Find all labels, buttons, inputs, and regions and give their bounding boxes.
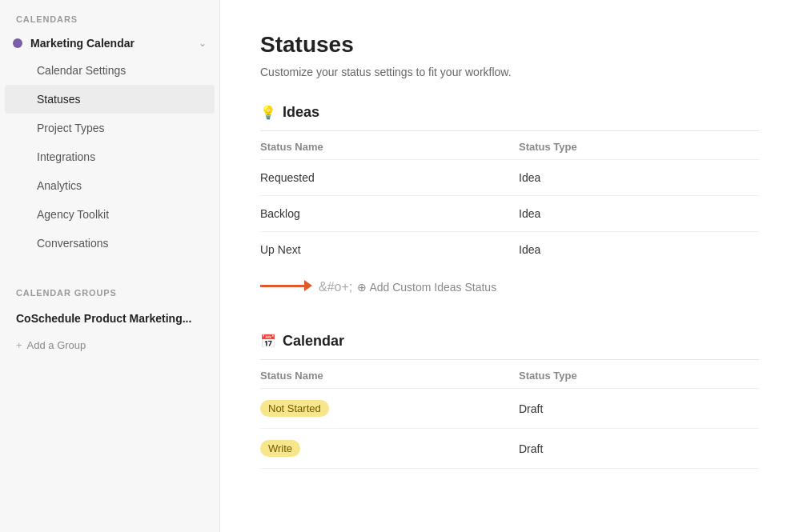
status-type: Idea xyxy=(519,196,759,232)
sidebar-nav-item-statuses[interactable]: Statuses xyxy=(5,85,215,114)
status-name: Requested xyxy=(260,160,519,196)
sidebar-nav-item-analytics[interactable]: Analytics xyxy=(5,171,215,200)
ideas-col-name: Status Name xyxy=(260,131,519,160)
table-row: Backlog Idea xyxy=(260,196,759,232)
sidebar: CALENDARS Marketing Calendar ⌄ Calendar … xyxy=(0,0,220,532)
status-badge-write: Write xyxy=(260,440,300,457)
group-item-coschedule[interactable]: CoSchedule Product Marketing... xyxy=(0,304,219,333)
calendar-section-header: 📅 Calendar xyxy=(260,333,759,350)
arrow-right-head xyxy=(304,280,312,291)
calendar-groups-label: CALENDAR GROUPS xyxy=(0,274,219,304)
add-circle-icon: &#o+; xyxy=(319,280,352,294)
status-badge-not-started: Not Started xyxy=(260,400,329,417)
sidebar-nav-item-agency-toolkit[interactable]: Agency Toolkit xyxy=(5,200,215,229)
table-row: Not Started Draft xyxy=(260,389,759,429)
table-row: Up Next Idea xyxy=(260,232,759,268)
ideas-section-header: 💡 Ideas xyxy=(260,104,759,121)
calendar-name: Marketing Calendar xyxy=(30,37,199,50)
ideas-icon: 💡 xyxy=(260,105,276,120)
ideas-section: 💡 Ideas Status Name Status Type Requeste… xyxy=(260,104,759,304)
calendar-groups-section: CALENDAR GROUPS CoSchedule Product Marke… xyxy=(0,274,219,358)
status-name: Write xyxy=(260,429,519,469)
ideas-table: Status Name Status Type Requested Idea B… xyxy=(260,131,759,267)
sidebar-nav-item-project-types[interactable]: Project Types xyxy=(5,114,215,142)
status-name: Up Next xyxy=(260,232,519,268)
arrow-right-line xyxy=(260,285,304,287)
add-custom-ideas-label: ⊕ Add Custom Ideas Status xyxy=(357,281,496,294)
status-type: Draft xyxy=(519,429,759,469)
add-custom-ideas-row: &#o+; ⊕ Add Custom Ideas Status xyxy=(260,267,759,304)
add-group-button[interactable]: + Add a Group xyxy=(0,333,219,358)
calendar-header[interactable]: Marketing Calendar ⌄ xyxy=(0,30,219,56)
plus-icon: + xyxy=(16,339,22,351)
main-content: Statuses Customize your status settings … xyxy=(220,0,799,532)
calendar-icon: 📅 xyxy=(260,334,276,349)
table-row: Requested Idea xyxy=(260,160,759,196)
calendar-dot xyxy=(13,38,22,48)
status-name: Not Started xyxy=(260,389,519,429)
sidebar-nav-item-integrations[interactable]: Integrations xyxy=(5,142,215,171)
statuses-row: Statuses xyxy=(0,85,219,114)
page-subtitle: Customize your status settings to fit yo… xyxy=(260,66,759,78)
calendar-section: 📅 Calendar Status Name Status Type Not S… xyxy=(260,333,759,508)
sidebar-nav-item-conversations[interactable]: Conversations xyxy=(5,229,215,258)
calendar-table: Status Name Status Type Not Started Draf… xyxy=(260,360,759,508)
calendar-col-name: Status Name xyxy=(260,360,519,389)
status-type xyxy=(519,469,759,509)
table-row: Write Draft xyxy=(260,429,759,469)
calendar-col-type: Status Type xyxy=(519,360,759,389)
page-title: Statuses xyxy=(260,32,759,58)
calendars-section-label: CALENDARS xyxy=(0,0,219,30)
table-row: ... xyxy=(260,469,759,509)
status-type: Idea xyxy=(519,232,759,268)
status-name: Backlog xyxy=(260,196,519,232)
add-group-label: Add a Group xyxy=(27,339,86,351)
chevron-down-icon: ⌄ xyxy=(199,38,207,49)
add-custom-ideas-status-button[interactable]: &#o+; ⊕ Add Custom Ideas Status xyxy=(319,270,496,304)
sidebar-nav-item-calendar-settings[interactable]: Calendar Settings xyxy=(5,56,215,85)
right-arrow-indicator xyxy=(260,280,312,291)
calendar-section-title: Calendar xyxy=(283,333,344,350)
ideas-col-type: Status Type xyxy=(519,131,759,160)
status-type: Idea xyxy=(519,160,759,196)
status-name: ... xyxy=(260,469,519,509)
status-type: Draft xyxy=(519,389,759,429)
ideas-section-title: Ideas xyxy=(283,104,319,121)
